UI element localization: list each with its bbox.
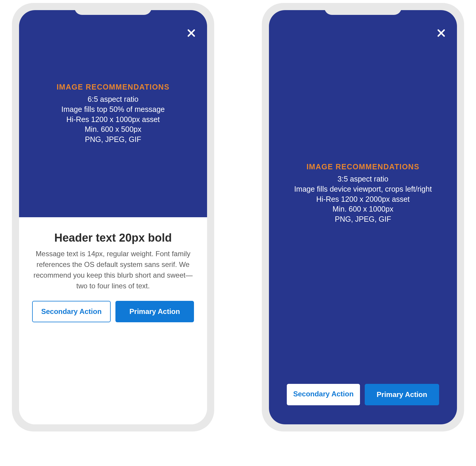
- recommendations-heading: IMAGE RECOMMENDATIONS: [294, 162, 432, 171]
- phone-screen: IMAGE RECOMMENDATIONS 6:5 aspect ratio I…: [19, 10, 207, 424]
- close-icon: [186, 28, 196, 38]
- action-button-row: Secondary Action Primary Action: [269, 384, 457, 405]
- recommendation-line: PNG, JPEG, GIF: [85, 135, 141, 145]
- recommendation-line: Image fills top 50% of message: [61, 104, 165, 115]
- recommendations-heading: IMAGE RECOMMENDATIONS: [57, 83, 170, 91]
- close-button[interactable]: [186, 28, 196, 39]
- hero-image-area: IMAGE RECOMMENDATIONS 3:5 aspect ratio I…: [269, 10, 457, 424]
- phone-screen: IMAGE RECOMMENDATIONS 3:5 aspect ratio I…: [269, 10, 457, 424]
- primary-action-button[interactable]: Primary Action: [365, 384, 439, 405]
- recommendation-line: Min. 600 x 500px: [85, 124, 141, 135]
- close-button[interactable]: [436, 28, 446, 39]
- action-button-row: Secondary Action Primary Action: [32, 301, 194, 322]
- recommendation-line: 3:5 aspect ratio: [294, 174, 432, 184]
- recommendation-line: PNG, JPEG, GIF: [294, 214, 432, 224]
- primary-action-button[interactable]: Primary Action: [115, 301, 194, 322]
- recommendation-line: Hi-Res 1200 x 1000px asset: [66, 115, 160, 125]
- recommendation-line: Image fills device viewport, crops left/…: [294, 184, 432, 194]
- recommendations-block: IMAGE RECOMMENDATIONS 3:5 aspect ratio I…: [294, 162, 432, 224]
- phone-notch: [324, 3, 402, 15]
- recommendation-line: Hi-Res 1200 x 2000px asset: [294, 194, 432, 204]
- recommendation-line: 6:5 aspect ratio: [88, 94, 139, 104]
- phone-mockup-full-image: IMAGE RECOMMENDATIONS 3:5 aspect ratio I…: [262, 3, 464, 431]
- close-icon: [436, 28, 446, 38]
- recommendation-line: Min. 600 x 1000px: [294, 204, 432, 214]
- message-header: Header text 20px bold: [32, 232, 194, 244]
- hero-image-area: IMAGE RECOMMENDATIONS 6:5 aspect ratio I…: [19, 10, 207, 217]
- message-body: Message text is 14px, regular weight. Fo…: [32, 248, 194, 291]
- secondary-action-button[interactable]: Secondary Action: [32, 301, 111, 322]
- phone-notch: [74, 3, 152, 15]
- secondary-action-button[interactable]: Secondary Action: [287, 384, 360, 405]
- message-content: Header text 20px bold Message text is 14…: [19, 217, 207, 424]
- phone-mockup-half-image: IMAGE RECOMMENDATIONS 6:5 aspect ratio I…: [12, 3, 214, 431]
